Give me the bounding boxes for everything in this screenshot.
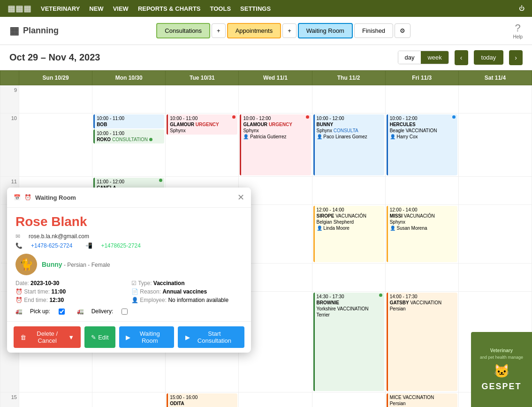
grid-icon: ⁢▦▦▦ bbox=[8, 3, 31, 14]
trash-icon: 🗑 bbox=[20, 334, 26, 341]
col-tue: Tue 10/31 bbox=[166, 71, 239, 85]
modal-footer: 🗑 Delete / Cancel ▼ ✎ Edit ▶ Waiting Roo… bbox=[7, 321, 251, 353]
cell-fri-9 bbox=[385, 85, 458, 113]
gespet-title: Veterinary bbox=[490, 348, 513, 353]
pickup-checkbox[interactable] bbox=[59, 309, 65, 315]
cat-icon: 🐱 bbox=[494, 363, 510, 379]
waiting-icon: ▶ bbox=[126, 334, 130, 341]
waiting-room-button[interactable]: ▶ Waiting Room bbox=[119, 326, 174, 348]
event-glamour-tue[interactable]: 10:00 - 11:00 GLAMOUR URGENCY Sphynx bbox=[167, 114, 237, 135]
event-missi[interactable]: 12:00 - 14:00 MISSI VACUNACIÓN Sphynx 👤 … bbox=[387, 206, 457, 262]
start-consultation-button[interactable]: ▶ Start Consultation bbox=[178, 326, 244, 348]
top-nav: ⁢▦▦▦ VETERINARY NEW VIEW REPORTS & CHART… bbox=[0, 0, 532, 17]
cell-sat-10 bbox=[458, 113, 532, 177]
email-address: rose.b.la.nk@gmail.com bbox=[29, 233, 89, 240]
event-roko[interactable]: 10:00 - 11:00 ROKO CONSULTATION bbox=[93, 129, 164, 143]
nav-new[interactable]: NEW bbox=[89, 5, 103, 12]
tab-plus-1[interactable]: + bbox=[212, 23, 226, 38]
pet-species: Persian bbox=[67, 262, 86, 268]
col-fri: Fri 11/3 bbox=[385, 71, 458, 85]
cell-wed-9 bbox=[239, 85, 312, 113]
event-sirope[interactable]: 12:00 - 14:00 SIROPE VACUNACIÓN Belgian … bbox=[313, 206, 384, 262]
cell-mon-9 bbox=[92, 85, 166, 113]
event-odita[interactable]: 15:00 - 16:00 ODITA bbox=[167, 393, 237, 407]
pet-row: 🐈 Bunny - Persian - Female bbox=[15, 254, 243, 275]
cell-sun-9 bbox=[19, 85, 92, 113]
phone-link[interactable]: +1478-625-2724 bbox=[31, 242, 72, 249]
col-thu: Thu 11/2 bbox=[312, 71, 385, 85]
view-week-button[interactable]: week bbox=[421, 51, 448, 64]
truck-icon-1: 🚛 bbox=[15, 308, 23, 315]
delivery-checkbox[interactable] bbox=[122, 309, 128, 315]
col-sat: Sat 11/4 bbox=[458, 71, 532, 85]
event-brownie[interactable]: 14:30 - 17:30 BROWNIE Yorkshire VACCINAT… bbox=[313, 293, 384, 391]
nav-reports[interactable]: REPORTS & CHARTS bbox=[138, 5, 201, 12]
pet-name: Bunny bbox=[42, 261, 62, 268]
contact-row: ✉ rose.b.la.nk@gmail.com bbox=[15, 233, 243, 240]
power-icon[interactable]: ⏻ bbox=[519, 5, 524, 12]
start-icon: ▶ bbox=[185, 334, 190, 341]
tab-waiting-room[interactable]: Waiting Room bbox=[298, 23, 353, 38]
modal-card: 📅 ⏰ Waiting Room ✕ Rose Blank ✉ rose.b.l… bbox=[7, 188, 251, 353]
modal-close-button[interactable]: ✕ bbox=[237, 192, 244, 203]
cell-tue-15: 15:00 - 16:00 ODITA bbox=[166, 392, 239, 407]
end-label: ⏰ End time: bbox=[15, 297, 48, 303]
event-gatsby[interactable]: 14:00 - 17:30 GATSBY VACCINATION Persian bbox=[387, 293, 457, 391]
settings-gear-button[interactable]: ⚙ bbox=[395, 23, 410, 38]
info-grid: Date: 2023-10-30 ☑ Type: Vaccination ⏰ S… bbox=[15, 280, 243, 303]
clock-icon: ⏰ bbox=[24, 194, 31, 201]
nav-settings[interactable]: SETTINGS bbox=[240, 5, 271, 12]
page-title: Planning bbox=[23, 26, 59, 36]
cell-sat-11 bbox=[458, 177, 532, 205]
edit-icon: ✎ bbox=[91, 334, 96, 341]
tab-plus-2[interactable]: + bbox=[282, 23, 296, 38]
type-label: ☑ Type: bbox=[131, 280, 152, 286]
col-mon: Mon 10/30 bbox=[92, 71, 166, 85]
cell-sat-12 bbox=[458, 205, 532, 264]
prev-button[interactable]: ‹ bbox=[455, 50, 468, 65]
help-area: ? Help bbox=[513, 22, 523, 39]
cell-thu-11 bbox=[312, 177, 385, 205]
event-hercules[interactable]: 10:00 - 12:00 HERCULES Beagle VACCINATIO… bbox=[387, 114, 457, 175]
view-day-button[interactable]: day bbox=[398, 51, 421, 64]
nav-veterinary[interactable]: VETERINARY bbox=[41, 5, 80, 12]
end-value: 12:30 bbox=[49, 297, 64, 303]
tab-bar: Consultations + Appointments + Waiting R… bbox=[59, 23, 508, 38]
cell-sun-10 bbox=[19, 113, 92, 177]
event-bunny[interactable]: 10:00 - 12:00 BUNNY Sphynx CONSULTA 👤 Pa… bbox=[313, 114, 384, 175]
help-button[interactable]: ? bbox=[515, 22, 521, 34]
tab-consultations[interactable]: Consultations bbox=[156, 23, 210, 38]
cell-fri-14: 14:00 - 17:30 GATSBY VACCINATION Persian bbox=[385, 292, 458, 392]
hour-row-9: 9 bbox=[0, 85, 532, 113]
toolbar: Oct 29 – Nov 4, 2023 day week ‹ today › bbox=[0, 45, 532, 70]
edit-button[interactable]: ✎ Edit bbox=[84, 326, 115, 348]
next-button[interactable]: › bbox=[509, 50, 523, 65]
event-glamour-wed[interactable]: 10:00 - 12:00 GLAMOUR URGENCY Sphynx 👤 P… bbox=[240, 114, 311, 175]
whatsapp-link[interactable]: +1478625-2724 bbox=[101, 242, 140, 249]
tab-finished[interactable]: Finished bbox=[354, 23, 393, 38]
cell-fri-11 bbox=[385, 177, 458, 205]
date-label: Date: bbox=[15, 280, 29, 286]
tab-appointments[interactable]: Appointments bbox=[227, 23, 281, 38]
pet-gender: Female bbox=[91, 262, 110, 268]
app-title-area: ▦ Planning bbox=[9, 25, 59, 37]
event-bob[interactable]: 10:00 - 11:00 BOB bbox=[93, 114, 164, 128]
patient-name: Rose Blank bbox=[15, 214, 243, 229]
phone-row: 📞 +1478-625-2724 📲 +1478625-2724 bbox=[15, 242, 243, 249]
email-icon: ✉ bbox=[15, 233, 20, 240]
whatsapp-icon: 📲 bbox=[85, 242, 92, 249]
reason-label: 📄 Reason: bbox=[131, 288, 161, 295]
cell-thu-12: 12:00 - 14:00 SIROPE VACUNACIÓN Belgian … bbox=[312, 205, 385, 264]
nav-view[interactable]: VIEW bbox=[113, 5, 129, 12]
cell-wed-10: 10:00 - 12:00 GLAMOUR URGENCY Sphynx 👤 P… bbox=[239, 113, 312, 177]
delete-cancel-button[interactable]: 🗑 Delete / Cancel ▼ bbox=[14, 326, 81, 348]
cell-tue-9 bbox=[166, 85, 239, 113]
event-mice[interactable]: MICE VACCINATION Persian 👤 Mary Anne Cla… bbox=[387, 393, 457, 407]
cell-thu-14: 14:30 - 17:30 BROWNIE Yorkshire VACCINAT… bbox=[312, 292, 385, 392]
time-col-header bbox=[0, 71, 19, 85]
cell-thu-10: 10:00 - 12:00 BUNNY Sphynx CONSULTA 👤 Pa… bbox=[312, 113, 385, 177]
delivery-label: Delivery: bbox=[91, 308, 114, 315]
today-button[interactable]: today bbox=[474, 50, 504, 65]
nav-tools[interactable]: TOOLS bbox=[210, 5, 231, 12]
header: ▦ Planning Consultations + Appointments … bbox=[0, 17, 532, 45]
